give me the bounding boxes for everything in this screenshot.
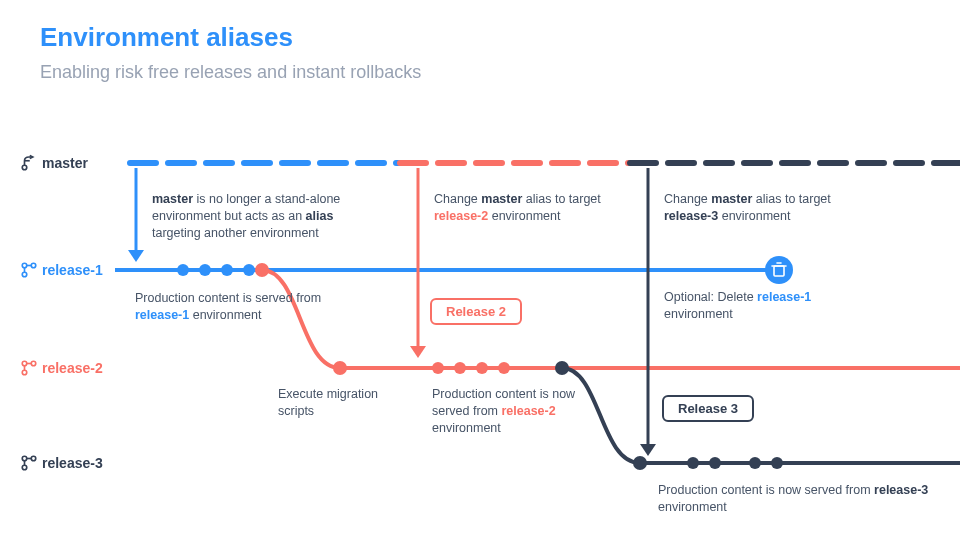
svg-point-14 [177, 264, 189, 276]
caption-migration: Execute migration scripts [278, 386, 408, 420]
caption-served-r2: Production content is now served from re… [432, 386, 612, 437]
svg-point-34 [749, 457, 761, 469]
svg-point-16 [221, 264, 233, 276]
caption-master-alias: master is no longer a stand-alone enviro… [152, 191, 376, 242]
caption-change-r3: Change master alias to target release-3 … [664, 191, 834, 225]
svg-point-18 [765, 256, 793, 284]
caption-delete-r1: Optional: Delete release-1 environment [664, 289, 844, 323]
svg-point-27 [476, 362, 488, 374]
svg-point-25 [432, 362, 444, 374]
caption-served-r1: Production content is served from releas… [135, 290, 325, 324]
svg-point-29 [555, 361, 569, 375]
svg-point-31 [633, 456, 647, 470]
tag-release-2: Release 2 [430, 298, 522, 325]
svg-point-32 [687, 457, 699, 469]
svg-point-24 [333, 361, 347, 375]
svg-point-17 [243, 264, 255, 276]
svg-point-28 [498, 362, 510, 374]
svg-point-35 [771, 457, 783, 469]
tag-release-3: Release 3 [662, 395, 754, 422]
diagram-root: Environment aliases Enabling risk free r… [0, 0, 960, 540]
diagram-canvas [0, 0, 960, 540]
svg-point-22 [255, 263, 269, 277]
caption-change-r2: Change master alias to target release-2 … [434, 191, 604, 225]
svg-point-33 [709, 457, 721, 469]
svg-point-15 [199, 264, 211, 276]
svg-point-26 [454, 362, 466, 374]
caption-served-r3: Production content is now served from re… [658, 482, 938, 516]
